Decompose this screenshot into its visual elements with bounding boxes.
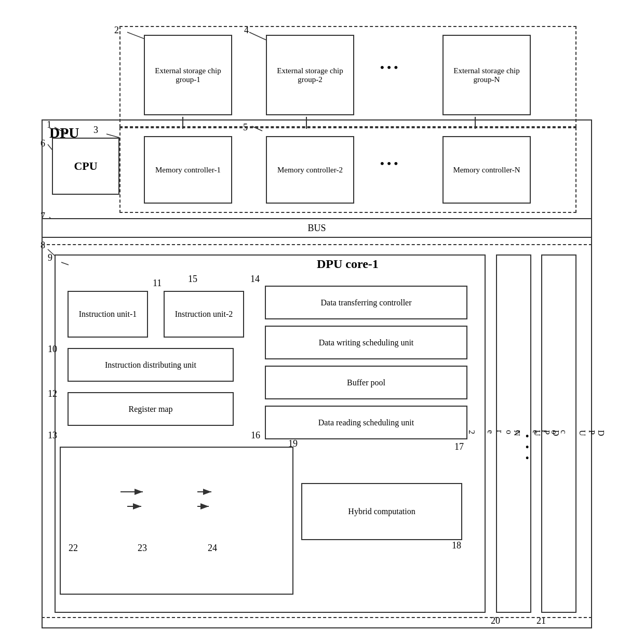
- mem-ctrl-2: Memory controller-2: [266, 136, 354, 204]
- dots-ext: • • •: [380, 61, 398, 74]
- bus-bar: BUS: [42, 218, 592, 238]
- conv-operation-array: Convolution operation unit array Multipl…: [60, 447, 293, 595]
- mem-ctrl-N: Memory controller-N: [442, 136, 531, 204]
- data-transfer-controller: Data transferring controller: [265, 286, 467, 319]
- dpu-core-N: DPUcoreN: [541, 254, 576, 613]
- buffer-pool: Buffer pool: [265, 366, 467, 399]
- instruction-unit-1: Instruction unit-1: [68, 291, 148, 338]
- hybrid-computation: Hybrid computation: [301, 483, 462, 540]
- data-write-scheduling: Data writing scheduling unit: [265, 326, 467, 359]
- instruction-distributing-unit: Instruction distributing unit: [68, 348, 234, 382]
- ext-storage-chip-N: External storage chip group-N: [442, 35, 531, 115]
- instruction-unit-2: Instruction unit-2: [164, 291, 244, 338]
- ref-2: 2: [114, 25, 119, 36]
- mem-ctrl-1: Memory controller-1: [144, 136, 232, 204]
- ext-storage-chip-2: External storage chip group-2: [266, 35, 354, 115]
- dots-mem: • • •: [380, 157, 398, 170]
- dpu-core1-label: DPU core-1: [317, 257, 379, 271]
- cpu-box: CPU: [52, 138, 119, 195]
- register-map: Register map: [68, 392, 234, 426]
- mem-ctrl-area: Memory controller-1 Memory controller-2 …: [119, 127, 576, 213]
- ext-storage-chip-1: External storage chip group-1: [144, 35, 232, 115]
- data-read-scheduling: Data reading scheduling unit: [265, 406, 467, 439]
- external-storage-area: External storage chip group-1 External s…: [119, 26, 576, 127]
